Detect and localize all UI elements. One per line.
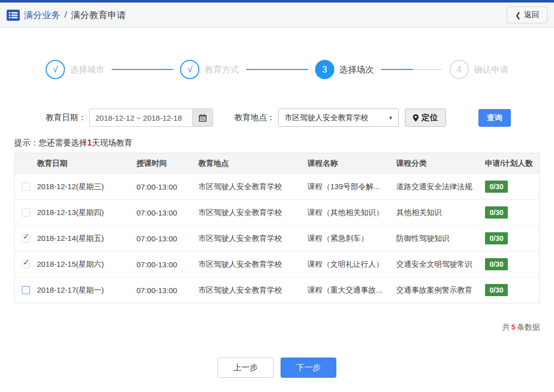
- row-checkbox[interactable]: [22, 286, 30, 294]
- cell-quota: 0/30: [485, 181, 539, 193]
- row-checkbox[interactable]: [22, 183, 30, 191]
- step-4: 4确认申请: [449, 60, 508, 79]
- cell-place: 市区驾驶人安全教育学校: [198, 208, 307, 218]
- column-header: 课程分类: [396, 159, 485, 168]
- calendar-icon: [199, 114, 206, 122]
- row-checkbox[interactable]: [22, 208, 30, 217]
- cell-place: 市区驾驶人安全教育学校: [198, 182, 307, 192]
- row-checkbox[interactable]: ✓: [22, 234, 30, 242]
- wizard-actions: 上一步 下一步: [0, 358, 554, 378]
- count-prefix: 共: [502, 323, 510, 331]
- date-range-group: [89, 109, 213, 127]
- checkmark-icon: ✓: [23, 234, 29, 241]
- cell-category: 防御性驾驶知识: [396, 234, 485, 243]
- cell-quota: 0/30: [485, 232, 539, 244]
- table-header-row: 教育日期授课时间教育地点课程名称课程分类申请/计划人数: [15, 153, 539, 173]
- back-button[interactable]: ❮ 返回: [507, 7, 547, 23]
- location-pin-icon: [413, 114, 419, 122]
- step-marker: 3: [315, 60, 334, 79]
- table-row: 2018-12-13(星期四)07:00-13:00市区驾驶人安全教育学校课程（…: [15, 199, 539, 225]
- tip-prefix: 提示：您还需要选择: [14, 138, 87, 147]
- cell-place: 市区驾驶人安全教育学校: [198, 234, 307, 243]
- quota-badge: 0/30: [485, 206, 508, 219]
- location-select-value: 市区驾驶人安全教育学校: [285, 113, 368, 123]
- table-body: 2018-12-12(星期三)07:00-13:00市区驾驶人安全教育学校课程（…: [15, 173, 539, 303]
- step-label: 选择城市: [70, 64, 105, 76]
- calendar-button[interactable]: [193, 109, 213, 127]
- cell-time: 07:00-13:00: [136, 260, 198, 269]
- step-label: 教育方式: [204, 64, 239, 76]
- quota-badge: 0/30: [485, 232, 508, 244]
- checkbox-cell: [15, 286, 37, 294]
- step-3: 3选择场次: [315, 60, 374, 79]
- cell-place: 市区驾驶人安全教育学校: [198, 286, 307, 295]
- column-header: 教育地点: [198, 159, 307, 168]
- cell-quota: 0/30: [485, 258, 539, 270]
- column-header: 教育日期: [37, 159, 136, 168]
- cell-course: 课程（重大交通事故...: [307, 286, 396, 295]
- tip-highlight: 1: [87, 138, 92, 147]
- cell-date: 2018-12-13(星期四): [37, 208, 136, 218]
- next-step-button[interactable]: 下一步: [281, 358, 336, 378]
- cell-time: 07:00-13:00: [136, 208, 198, 217]
- cell-quota: 0/30: [485, 284, 539, 296]
- cell-category: 交通事故案例警示教育: [396, 286, 485, 295]
- step-connector: [381, 69, 442, 70]
- cell-course: 课程（其他相关知识）: [307, 208, 396, 218]
- cell-date: 2018-12-17(星期一): [37, 286, 136, 295]
- count-suffix: 条数据: [517, 323, 540, 331]
- step-indicator: √选择城市√教育方式3选择场次4确认申请: [46, 60, 508, 79]
- back-button-label: 返回: [524, 10, 539, 20]
- checkbox-cell: ✓: [15, 234, 37, 242]
- cell-time: 07:00-13:00: [136, 234, 198, 243]
- cell-quota: 0/30: [485, 206, 539, 219]
- sessions-table: 教育日期授课时间教育地点课程名称课程分类申请/计划人数 2018-12-12(星…: [14, 153, 540, 303]
- count-value: 5: [511, 323, 515, 331]
- breadcrumb-secondary: 满分教育申请: [71, 9, 126, 21]
- quota-badge: 0/30: [485, 181, 508, 193]
- locate-button[interactable]: 定位: [405, 109, 446, 127]
- cell-course: 课程（文明礼让行人）: [307, 260, 396, 269]
- location-label: 教育地点：: [234, 113, 275, 123]
- table-row: 2018-12-12(星期三)07:00-13:00市区驾驶人安全教育学校课程（…: [15, 173, 539, 199]
- breadcrumb-primary[interactable]: 满分业务: [24, 9, 60, 21]
- checkbox-cell: [15, 183, 37, 191]
- location-select[interactable]: 市区驾驶人安全教育学校 ▼: [278, 109, 399, 127]
- step-marker: √: [180, 60, 199, 79]
- chevron-down-icon: ▼: [388, 115, 393, 121]
- quota-badge: 0/30: [485, 258, 508, 270]
- table-row: ✓2018-12-14(星期五)07:00-13:00市区驾驶人安全教育学校课程…: [15, 225, 539, 251]
- record-count: 共5条数据: [14, 323, 540, 332]
- step-connector: [112, 69, 173, 70]
- step-marker: √: [46, 60, 65, 79]
- date-range-input[interactable]: [89, 109, 193, 127]
- checkbox-cell: [15, 208, 37, 217]
- step-2: √教育方式: [180, 60, 239, 79]
- cell-place: 市区驾驶人安全教育学校: [198, 260, 307, 269]
- row-checkbox[interactable]: ✓: [22, 260, 30, 268]
- column-header: 授课时间: [136, 159, 198, 168]
- previous-step-button[interactable]: 上一步: [218, 358, 273, 378]
- date-label: 教育日期：: [46, 113, 86, 123]
- column-header: 申请/计划人数: [485, 159, 539, 168]
- step-connector: [246, 69, 307, 70]
- step-marker: 4: [449, 60, 469, 79]
- table-row: 2018-12-17(星期一)07:00-13:00市区驾驶人安全教育学校课程（…: [15, 277, 539, 303]
- chevron-left-icon: ❮: [515, 11, 521, 19]
- list-icon: [7, 10, 20, 21]
- table-row: ✓2018-12-15(星期六)07:00-13:00市区驾驶人安全教育学校课程…: [15, 251, 539, 277]
- cell-time: 07:00-13:00: [136, 286, 198, 295]
- column-header: 课程名称: [307, 159, 396, 168]
- cell-date: 2018-12-12(星期三): [37, 182, 136, 192]
- page-header: 满分业务 / 满分教育申请 ❮ 返回: [0, 3, 554, 28]
- search-button[interactable]: 查询: [478, 109, 511, 127]
- filter-bar: 教育日期： 教育地点： 市区驾驶人安全教育学校 ▼ 定位 查询: [46, 109, 554, 127]
- step-1: √选择城市: [46, 60, 105, 79]
- cell-course: 课程（139号部令解...: [307, 182, 396, 192]
- step-label: 确认申请: [474, 64, 508, 76]
- locate-button-label: 定位: [422, 113, 438, 123]
- cell-date: 2018-12-15(星期六): [37, 260, 136, 269]
- breadcrumb: 满分业务 / 满分教育申请: [7, 9, 126, 21]
- step-label: 选择场次: [339, 64, 374, 76]
- cell-course: 课程（紧急刹车）: [307, 234, 396, 243]
